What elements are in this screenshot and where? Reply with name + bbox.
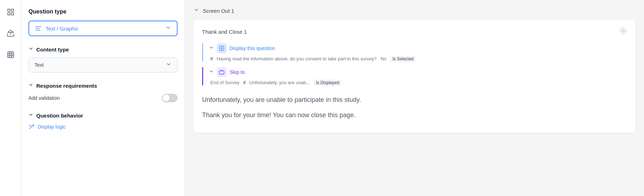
content-type-section-header[interactable]: Content type (28, 46, 178, 53)
screen-out-title: Screen Out 1 (203, 8, 234, 14)
body-text-line-1: Unfortunately, you are unable to partici… (202, 95, 627, 105)
svg-line-21 (625, 28, 625, 29)
content-type-chevron (28, 46, 33, 53)
content-type-label: Text (35, 62, 44, 68)
svg-rect-1 (11, 9, 13, 11)
question-type-chevron (165, 25, 171, 32)
question-type-title: Question type (28, 9, 178, 15)
question-behavior-chevron (28, 112, 33, 119)
svg-rect-5 (7, 52, 14, 58)
list-sidebar-icon[interactable] (4, 6, 17, 18)
main-content: Screen Out 1 Thank and Close 1 (185, 0, 644, 196)
svg-rect-2 (7, 13, 10, 15)
sidebar-icons (0, 0, 21, 196)
svg-rect-24 (219, 71, 224, 74)
svg-line-20 (621, 33, 621, 33)
toggle-knob (163, 94, 170, 102)
skip-to-condition-text: Unfortunately, you are unab... (249, 80, 310, 85)
display-question-badge: Is Selected (390, 56, 416, 62)
svg-point-23 (221, 48, 222, 49)
lightbulb-icon[interactable] (619, 27, 627, 36)
question-behavior-title: Question behavior (36, 113, 83, 119)
svg-line-17 (625, 33, 625, 33)
svg-rect-0 (7, 9, 10, 11)
content-type-title: Content type (36, 47, 69, 53)
card-title: Thank and Close 1 (202, 29, 247, 35)
display-logic-icon (28, 124, 35, 130)
body-text-line-2: Thank you for your time! You can now clo… (202, 110, 627, 120)
content-type-chevron-icon (166, 61, 171, 69)
skip-to-block: Skip to End of Survey if Unfortunately, … (202, 67, 627, 85)
question-type-dropdown[interactable]: Text / Graphic (28, 21, 178, 36)
display-logic-label: Display logic (38, 124, 66, 130)
display-question-value: No (380, 56, 386, 61)
screen-out-chevron[interactable] (194, 7, 199, 14)
card-header: Thank and Close 1 (202, 27, 627, 36)
skip-to-body: End of Survey if Unfortunately, you are … (209, 80, 627, 85)
text-graphic-icon (35, 25, 42, 32)
svg-rect-22 (220, 46, 224, 50)
left-panel: Question type Text / Graphic Content typ… (21, 0, 185, 196)
paint-sidebar-icon[interactable] (4, 27, 17, 40)
display-question-header: Display this question (209, 43, 627, 53)
response-req-chevron (28, 82, 33, 89)
display-question-title: Display this question (229, 45, 275, 51)
question-type-label: Text / Graphic (46, 26, 79, 32)
display-question-chevron[interactable] (209, 45, 214, 51)
display-question-icon (217, 43, 227, 53)
validation-row: Add validation (28, 94, 178, 102)
validation-label: Add validation (28, 95, 60, 101)
svg-point-13 (622, 29, 624, 32)
response-req-section-header[interactable]: Response requirements (28, 82, 178, 89)
skip-to-header: Skip to (209, 67, 627, 77)
main-text-content: Unfortunately, you are unable to partici… (202, 92, 627, 120)
main-card: Thank and Close 1 (194, 20, 635, 133)
display-question-if-label: If (210, 56, 213, 61)
screen-out-header: Screen Out 1 (194, 7, 635, 14)
skip-to-badge: Is Displayed (314, 80, 341, 86)
display-question-block: Display this question If Having read the… (202, 43, 627, 61)
question-type-selected: Text / Graphic (35, 25, 79, 32)
display-question-condition-text: Having read the information above, do yo… (217, 56, 376, 61)
skip-to-icon (217, 67, 227, 77)
validation-toggle[interactable] (162, 94, 178, 102)
grid-sidebar-icon[interactable] (4, 48, 17, 61)
skip-to-destination: End of Survey (210, 80, 239, 85)
skip-to-chevron[interactable] (209, 69, 214, 75)
skip-to-if-label: if (243, 80, 246, 85)
display-question-body: If Having read the information above, do… (209, 56, 627, 61)
content-type-dropdown[interactable]: Text (28, 58, 178, 72)
svg-line-16 (621, 28, 621, 29)
response-req-title: Response requirements (36, 83, 97, 89)
question-behavior-section-header[interactable]: Question behavior (28, 112, 178, 119)
skip-to-title: Skip to (229, 69, 245, 75)
svg-rect-3 (11, 13, 13, 15)
display-logic-link[interactable]: Display logic (28, 124, 178, 130)
